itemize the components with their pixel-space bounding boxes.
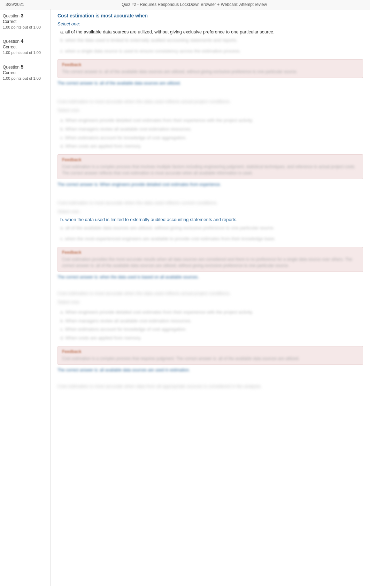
q3-label: Question 3 [3,13,47,18]
q5-extra-options: a. When engineers provide detailed cost … [57,308,363,343]
q5-status: Correct [3,70,47,75]
q3-feedback-box: Feedback The correct answer is: all of t… [57,59,363,78]
q4-option-d: d. When costs are applied from memory. [57,142,363,151]
page-title: Quiz #2 - Requires Respondus LockDown Br… [122,2,267,7]
sidebar: Question 3 Correct 1.00 points out of 1.… [0,9,51,586]
q5-correct-answer: The correct answer is: when the data use… [57,275,363,280]
top-bar: 3/29/2021 Quiz #2 - Requires Respondus L… [0,0,370,9]
q3-option-c: c. when a single data source is used to … [57,47,363,56]
q5-option-c: c. when the most experienced engineers a… [57,234,363,243]
q5-option-b: b. when the data used is limited to exte… [57,217,363,222]
q4-options: a. When engineers provide detailed cost … [57,116,363,151]
q5-extra-correct: The correct answer is: all available dat… [57,368,363,373]
q5-feedback-title: Feedback [62,250,359,255]
sidebar-question-4: Question 4 Correct 1.00 points out of 1.… [3,38,47,55]
q3-status: Correct [3,19,47,24]
q5-extra-opt-d: d. When costs are applied from memory. [57,334,363,343]
q3-select-one: Select one: [57,21,363,26]
q4-feedback-text: Cost estimation is a complex process tha… [62,164,359,176]
q3-correct-answer-line: The correct answer is: all of the availa… [57,81,363,86]
q5-question-text: Cost estimation is most accurate when th… [57,199,363,207]
sidebar-question-3: Question 3 Correct 1.00 points out of 1.… [3,13,47,30]
q3-question-text: Cost estimation is most accurate when [57,13,363,18]
q4-select-one: Select one: [57,107,363,114]
q4-option-a: a. When engineers provide detailed cost … [57,116,363,125]
q5-extra-opt-a: a. When engineers provide detailed cost … [57,308,363,317]
q4-option-c: c. When estimators account for knowledge… [57,134,363,142]
q5-extra-select: Select one: [57,299,363,306]
q5-further-question: Cost estimation is most accurate when da… [57,383,363,390]
question-3-block: Cost estimation is most accurate when Se… [57,13,363,86]
q5-extra-question: Cost estimation is most accurate when th… [57,290,363,297]
question-5-block: Cost estimation is most accurate when th… [57,199,363,390]
q5-feedback-box: Feedback Cost estimation provides the mo… [57,247,363,272]
q3-points: 1.00 points out of 1.00 [3,25,47,30]
q3-option-b: b. when the data used is limited to exte… [57,36,363,45]
q3-option-a: a. all of the available data sources are… [57,29,363,34]
q5-label: Question 5 [3,64,47,70]
q5-feedback-body: Cost estimation provides the most accura… [62,256,359,269]
q5-extra-feedback-title: Feedback [62,349,359,354]
q3-feedback-body: The correct answer is: all of the availa… [62,69,359,75]
q5-extra-feedback-box: Feedback Cost estimation is a complex pr… [57,346,363,365]
q3-feedback-title: Feedback [62,62,359,67]
q5-select-one: Select one: [57,208,363,215]
q4-points: 1.00 points out of 1.00 [3,50,47,55]
sidebar-question-5: Question 5 Correct 1.00 points out of 1.… [3,64,47,81]
main-content: Cost estimation is most accurate when Se… [51,9,370,586]
date-label: 3/29/2021 [6,2,24,7]
q5-points: 1.00 points out of 1.00 [3,76,47,81]
q4-feedback-body: Cost estimation is a complex process tha… [62,164,359,176]
q4-correct-answer: The correct answer is: When engineers pr… [57,182,363,187]
q4-label: Question 4 [3,38,47,44]
page-layout: Question 3 Correct 1.00 points out of 1.… [0,9,370,586]
q5-extra-opt-b: b. When managers review all available co… [57,317,363,326]
q5-extra-feedback-body: Cost estimation is a complex process tha… [62,355,359,362]
q4-option-b: b. When managers review all available co… [57,125,363,134]
q4-feedback-title: Feedback [62,157,359,162]
q4-feedback-box: Feedback Cost estimation is a complex pr… [57,154,363,179]
q5-further-section: Cost estimation is most accurate when da… [57,383,363,390]
q4-question-text: Cost estimation is most accurate when th… [57,98,363,105]
q4-status: Correct [3,45,47,49]
q5-feedback-text1: Cost estimation provides the most accura… [62,256,359,269]
q5-extra-opt-c: c. When estimators account for knowledge… [57,325,363,334]
q5-extra-section: Cost estimation is most accurate when th… [57,290,363,373]
q5-option-a: a. all of the available data sources are… [57,224,363,233]
question-4-block: Cost estimation is most accurate when th… [57,98,363,187]
